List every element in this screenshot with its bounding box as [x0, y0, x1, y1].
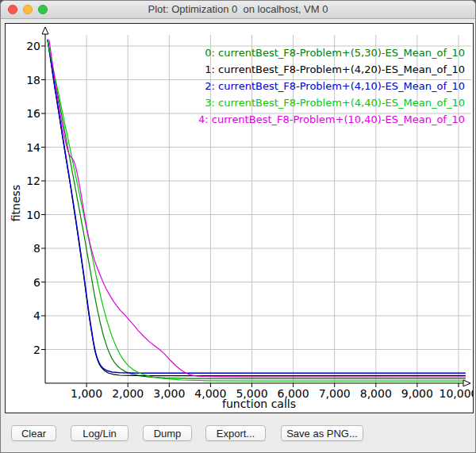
y-axis-arrow-icon — [42, 27, 48, 34]
save-as-png-button[interactable]: Save as PNG... — [281, 425, 363, 441]
x-axis-arrow-icon — [463, 380, 470, 386]
titlebar[interactable]: Plot: Optimization 0 on localhost, VM 0 — [1, 1, 475, 19]
legend: 0: currentBest_F8-Problem+(5,30)-ES_Mean… — [198, 44, 465, 128]
y-tick-label: 4 — [33, 309, 40, 322]
x-axis-label: function calls — [45, 397, 473, 410]
y-axis-label: fitness — [10, 163, 22, 243]
log-lin-button[interactable]: Log/Lin — [71, 425, 129, 441]
export-button[interactable]: Export... — [205, 425, 266, 441]
y-tick-label: 14 — [26, 141, 40, 154]
y-tick-label: 16 — [26, 107, 40, 120]
legend-entry: 4: currentBest_F8-Problem+(10,40)-ES_Mea… — [198, 111, 465, 128]
y-tick-label: 18 — [26, 74, 40, 86]
y-tick-label: 2 — [33, 344, 40, 356]
legend-entry: 0: currentBest_F8-Problem+(5,30)-ES_Mean… — [198, 44, 465, 61]
plot-panel: 1,0002,0003,0004,0005,0006,0007,0008,000… — [5, 23, 474, 413]
clear-button[interactable]: Clear — [11, 425, 56, 441]
y-tick-label: 10 — [26, 209, 40, 221]
y-tick-label: 20 — [26, 40, 40, 52]
window-title: Plot: Optimization 0 on localhost, VM 0 — [1, 3, 475, 15]
dump-button[interactable]: Dump — [143, 425, 192, 441]
y-tick-label: 8 — [33, 242, 40, 255]
legend-entry: 1: currentBest_F8-Problem+(4,20)-ES_Mean… — [198, 61, 465, 78]
plot-window: Plot: Optimization 0 on localhost, VM 0 … — [0, 0, 476, 453]
legend-entry: 3: currentBest_F8-Problem+(4,40)-ES_Mean… — [198, 94, 465, 111]
y-tick-label: 12 — [26, 175, 40, 187]
legend-entry: 2: currentBest_F8-Problem+(4,10)-ES_Mean… — [198, 78, 465, 94]
y-tick-label: 6 — [33, 276, 40, 289]
